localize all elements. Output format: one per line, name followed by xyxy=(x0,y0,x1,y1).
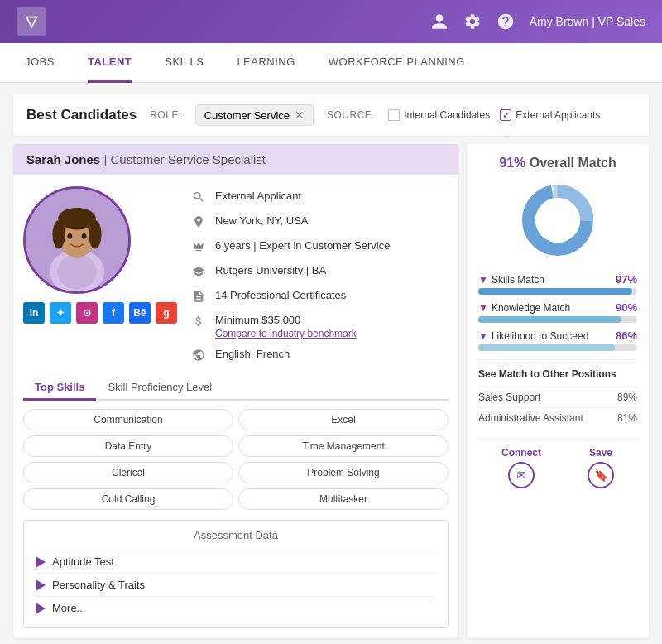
skills-tabs: Top Skills Skill Proficiency Level xyxy=(23,376,449,401)
nav-learning[interactable]: LEARNING xyxy=(237,43,295,83)
play-icon-aptitude xyxy=(36,556,46,568)
nav-jobs[interactable]: JOBS xyxy=(25,43,55,83)
assessment-aptitude[interactable]: Aptitude Test xyxy=(36,550,436,573)
likelihood-header: ▼ Likelihood to Succeed 86% xyxy=(478,329,637,342)
role-tag: Customer Service ✕ xyxy=(195,104,314,126)
donut-chart-container xyxy=(478,179,637,262)
gear-icon[interactable] xyxy=(463,12,482,31)
source-external-label: External Applicants xyxy=(516,109,600,121)
main-nav: JOBS TALENT SKILLS LEARNING WORKFORCE PL… xyxy=(0,43,662,83)
app-logo[interactable]: ▽ xyxy=(17,7,46,36)
connect-icon[interactable]: ✉ xyxy=(508,462,535,488)
linkedin-icon[interactable]: in xyxy=(23,302,45,324)
likelihood-bar-fill xyxy=(478,344,615,351)
info-languages: English, French xyxy=(190,348,449,364)
nav-talent[interactable]: TALENT xyxy=(88,43,132,83)
other-positions-title: See Match to Other Positions xyxy=(478,368,637,380)
behance-icon[interactable]: Bē xyxy=(129,302,151,324)
svg-point-9 xyxy=(82,233,87,239)
overall-pct: 91% xyxy=(499,156,525,170)
search-icon xyxy=(190,190,207,206)
help-icon[interactable] xyxy=(496,12,515,31)
save-button[interactable]: Save 🔖 xyxy=(588,447,614,488)
svg-point-8 xyxy=(68,233,73,239)
internal-checkbox[interactable] xyxy=(388,109,400,121)
skill-problem-solving: Problem Solving xyxy=(238,462,449,483)
position-sales-support-name: Sales Support xyxy=(478,392,540,403)
connect-button[interactable]: Connect ✉ xyxy=(501,447,541,488)
facebook-icon[interactable]: f xyxy=(103,302,124,324)
play-icon-personality xyxy=(36,579,46,591)
overall-label-text: Overall Match xyxy=(530,156,616,170)
knowledge-match-pct: 90% xyxy=(616,301,637,314)
languages-text: English, French xyxy=(215,348,290,360)
education-text: Rutgers University | BA xyxy=(215,264,326,276)
candidate-title: Customer Service Specialist xyxy=(110,152,266,166)
position-admin-pct: 81% xyxy=(617,412,637,424)
info-education: Rutgers University | BA xyxy=(190,264,449,281)
likelihood-chevron[interactable]: ▼ xyxy=(478,330,488,342)
source-options: Internal Candidates External Applicants xyxy=(388,109,600,121)
skill-clerical: Clerical xyxy=(23,462,233,483)
compare-link[interactable]: Compare to industry benchmark xyxy=(215,328,357,339)
candidate-header: Sarah Jones | Customer Service Specialis… xyxy=(13,144,458,175)
twitter-icon[interactable]: ✦ xyxy=(50,302,71,324)
salary-area: Minimum $35,000 Compare to industry benc… xyxy=(215,314,357,339)
applicant-type-text: External Applicant xyxy=(215,190,301,202)
assessment-personality[interactable]: Personality & Traits xyxy=(36,573,436,596)
salary-text: Minimum $35,000 xyxy=(215,314,357,326)
likelihood-pct: 86% xyxy=(616,329,637,342)
assessment-more[interactable]: More... xyxy=(36,596,436,619)
info-certificates: 14 Professional Certificates xyxy=(190,289,449,305)
skills-match-label: Skills Match xyxy=(492,274,544,286)
skill-time-management: Time Management xyxy=(238,435,449,457)
knowledge-match-chevron[interactable]: ▼ xyxy=(478,302,488,314)
skills-match-pct: 97% xyxy=(616,273,637,286)
knowledge-match-bar-bg xyxy=(478,316,637,323)
assessment-more-label: More... xyxy=(52,602,85,614)
info-applicant-type: External Applicant xyxy=(190,190,449,206)
left-panel: Sarah Jones | Customer Service Specialis… xyxy=(13,144,458,638)
nav-skills[interactable]: SKILLS xyxy=(165,43,204,83)
tab-skill-proficiency[interactable]: Skill Proficiency Level xyxy=(96,376,223,401)
likelihood-bar-bg xyxy=(478,344,637,351)
svg-point-13 xyxy=(535,198,580,243)
social-icons: in ✦ ⊙ f Bē g xyxy=(23,302,177,324)
main-layout: Sarah Jones | Customer Service Specialis… xyxy=(13,144,649,638)
nav-workforce[interactable]: WORKFORCE PLANNING xyxy=(329,43,465,83)
position-sales-support: Sales Support 89% xyxy=(478,387,637,407)
overall-match-title: 91% Overall Match xyxy=(478,156,637,171)
avatar-area: in ✦ ⊙ f Bē g xyxy=(23,186,177,364)
svg-point-7 xyxy=(89,220,101,248)
crown-icon xyxy=(190,240,207,256)
source-internal-option[interactable]: Internal Candidates xyxy=(388,109,490,121)
google-icon[interactable]: g xyxy=(156,302,177,324)
instagram-icon[interactable]: ⊙ xyxy=(76,302,98,324)
position-sales-support-pct: 89% xyxy=(617,392,637,403)
play-icon-more xyxy=(36,603,46,614)
source-external-option[interactable]: External Applicants xyxy=(500,109,600,121)
svg-point-2 xyxy=(57,254,97,289)
skill-cold-calling: Cold Calling xyxy=(23,488,233,510)
location-icon xyxy=(190,215,207,231)
info-list: External Applicant New York, NY, USA 6 y… xyxy=(190,186,449,364)
external-checkbox[interactable] xyxy=(500,109,511,121)
role-clear-button[interactable]: ✕ xyxy=(295,108,305,122)
nav-icons: Amy Brown | VP Sales xyxy=(430,12,645,31)
user-info[interactable]: Amy Brown | VP Sales xyxy=(530,15,645,28)
tab-top-skills[interactable]: Top Skills xyxy=(23,376,96,401)
action-buttons: Connect ✉ Save 🔖 xyxy=(478,438,637,488)
top-nav: ▽ Amy Brown | VP Sales xyxy=(0,0,662,43)
skills-match-bar-bg xyxy=(478,288,637,295)
candidate-name: Sarah Jones xyxy=(26,152,100,166)
right-panel: 91% Overall Match ▼ xyxy=(467,144,649,638)
candidate-photo xyxy=(26,186,128,294)
assessment-aptitude-label: Aptitude Test xyxy=(52,555,114,568)
connect-label: Connect xyxy=(501,447,541,459)
role-label: ROLE: xyxy=(150,109,182,121)
skills-match-chevron[interactable]: ▼ xyxy=(478,274,488,286)
save-icon[interactable]: 🔖 xyxy=(588,462,614,488)
person-icon[interactable] xyxy=(430,12,449,31)
skills-match-bar-fill xyxy=(478,288,632,295)
knowledge-match-section: ▼ Knowledge Match 90% xyxy=(478,301,637,323)
